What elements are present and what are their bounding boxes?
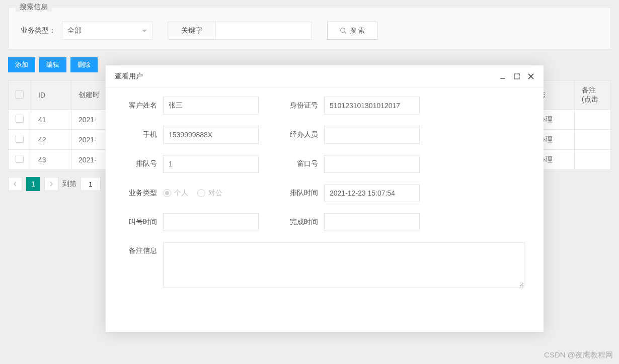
donetime-label: 完成时间 [279, 218, 324, 227]
radio-icon [163, 189, 171, 197]
next-page-button[interactable] [44, 177, 58, 191]
agent-input[interactable] [324, 126, 420, 144]
goto-input[interactable] [81, 177, 101, 191]
search-panel-title: 搜索信息 [16, 3, 52, 12]
keyword-group: 关键字 [168, 22, 312, 40]
queuetime-input[interactable] [324, 184, 420, 202]
keyword-label: 关键字 [168, 22, 216, 39]
remark-label: 备注信息 [118, 242, 163, 255]
add-button[interactable]: 添加 [8, 57, 35, 72]
idcard-label: 身份证号 [279, 101, 324, 110]
biztype-label: 业务类型： [21, 26, 56, 35]
search-button[interactable]: 搜 索 [327, 22, 377, 40]
radio-personal[interactable]: 个人 [163, 189, 188, 198]
donetime-input[interactable] [324, 213, 420, 231]
svg-point-0 [341, 28, 345, 33]
minimize-button[interactable] [499, 73, 506, 80]
page-1-button[interactable]: 1 [26, 177, 40, 191]
view-user-dialog: 查看用户 客户姓名 身份证号 手机 [106, 65, 544, 332]
queue-label: 排队号 [118, 159, 163, 168]
search-icon [340, 27, 347, 34]
chevron-down-icon [142, 30, 147, 32]
phone-label: 手机 [118, 130, 163, 139]
remark-textarea[interactable] [163, 242, 524, 288]
goto-label: 到第 [62, 179, 76, 189]
prev-page-button[interactable] [8, 177, 22, 191]
maximize-button[interactable] [513, 73, 520, 80]
calltime-label: 叫号时间 [118, 218, 163, 227]
calltime-input[interactable] [163, 213, 259, 231]
minimize-icon [499, 73, 506, 80]
close-button[interactable] [527, 73, 534, 80]
watermark: CSDN @夜鹰教程网 [544, 350, 613, 360]
agent-label: 经办人员 [279, 130, 324, 139]
row-checkbox[interactable] [16, 115, 24, 123]
queuetime-label: 排队时间 [279, 189, 324, 198]
window-label: 窗口号 [279, 159, 324, 168]
name-label: 客户姓名 [118, 101, 163, 110]
delete-button[interactable]: 删除 [70, 57, 98, 72]
chevron-left-icon [13, 181, 17, 187]
row-checkbox[interactable] [16, 135, 24, 143]
radio-corp[interactable]: 对公 [197, 189, 222, 198]
name-input[interactable] [163, 97, 259, 115]
row-checkbox[interactable] [16, 155, 24, 163]
svg-line-1 [345, 32, 347, 34]
biztype-value: 全部 [67, 26, 82, 35]
biztype-form-label: 业务类型 [118, 189, 163, 198]
phone-input[interactable] [163, 126, 259, 144]
idcard-input[interactable] [324, 97, 420, 115]
dialog-title: 查看用户 [115, 72, 143, 81]
search-panel: 搜索信息 业务类型： 全部 关键字 搜 索 [8, 7, 611, 49]
chevron-right-icon [49, 181, 53, 187]
checkbox-all[interactable] [16, 90, 24, 99]
biztype-select[interactable]: 全部 [62, 22, 152, 40]
edit-button[interactable]: 编辑 [39, 57, 66, 72]
queue-input[interactable] [163, 155, 259, 173]
maximize-icon [513, 73, 520, 80]
window-input[interactable] [324, 155, 420, 173]
keyword-input[interactable] [216, 22, 312, 39]
radio-icon [197, 189, 205, 197]
th-id: ID [31, 81, 71, 110]
th-remark: 备注(点击 [575, 81, 611, 110]
close-icon [527, 73, 534, 80]
